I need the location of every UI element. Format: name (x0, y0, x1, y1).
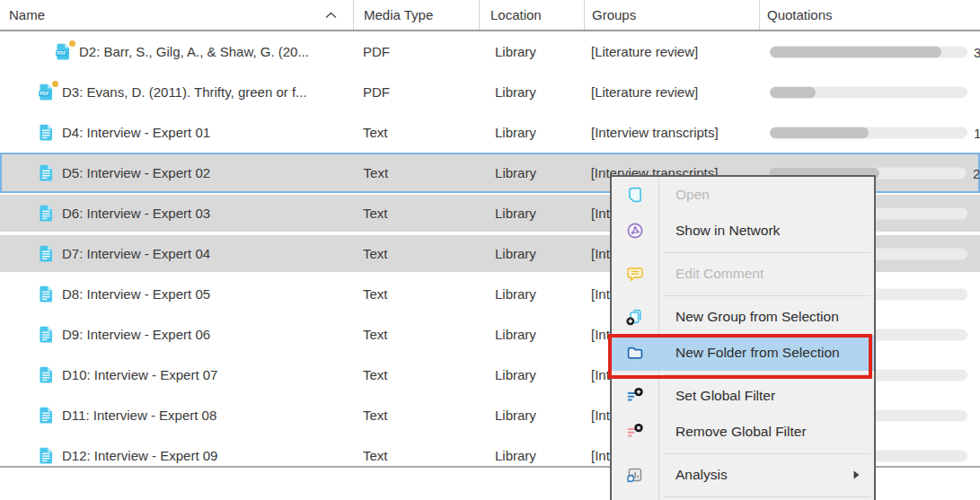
document-name-cell: PDFD2: Barr, S., Gilg, A., & Shaw, G. (2… (0, 31, 353, 72)
comment-icon (612, 265, 658, 283)
document-media-type: Text (353, 274, 479, 314)
submenu-arrow-icon (853, 470, 860, 479)
document-name-cell: D5: Interview - Expert 02 (2, 154, 354, 191)
document-name: D11: Interview - Expert 08 (62, 408, 216, 423)
column-header-groups[interactable]: Groups (584, 0, 759, 30)
svg-text:PDF: PDF (57, 51, 66, 56)
document-name: D3: Evans, D. (2011). Thrifty, green or … (62, 84, 307, 100)
document-name: D9: Interview - Expert 06 (62, 327, 210, 342)
column-header-location[interactable]: Location (479, 0, 584, 30)
menu-separator (612, 371, 874, 378)
comment-indicator-dot (52, 81, 58, 87)
document-media-type: Text (353, 355, 479, 395)
quotation-bar (770, 86, 967, 98)
document-media-type: Text (353, 112, 479, 153)
document-name: D10: Interview - Expert 07 (62, 367, 217, 382)
text-document-icon (39, 447, 54, 464)
document-name-cell: D6: Interview - Expert 03 (0, 195, 353, 232)
menu-item-open: Open (612, 177, 874, 213)
document-name-cell: D12: Interview - Expert 09 (0, 435, 353, 468)
quotation-bar (770, 46, 967, 57)
quotation-count: 2 (973, 165, 980, 180)
column-header-quotations[interactable]: Quotations (759, 0, 980, 30)
document-name: D7: Interview - Expert 04 (62, 246, 210, 261)
document-location: Library (479, 395, 584, 435)
document-location: Library (479, 72, 584, 112)
column-header-name[interactable]: Name (0, 0, 353, 30)
document-media-type: PDF (353, 31, 479, 72)
document-location: Library (479, 274, 584, 314)
document-name-cell: D11: Interview - Expert 08 (0, 395, 353, 435)
document-row[interactable]: PDFD3: Evans, D. (2011). Thrifty, green … (0, 72, 980, 112)
menu-separator (612, 292, 874, 299)
text-document-icon (39, 366, 54, 383)
svg-text:PDF: PDF (40, 92, 49, 96)
new-folder-icon (612, 344, 658, 362)
document-row[interactable]: D4: Interview - Expert 01TextLibrary[Int… (0, 112, 980, 153)
document-name: D8: Interview - Expert 05 (62, 286, 210, 302)
menu-separator (612, 249, 874, 256)
pdf-document-icon: PDF (39, 83, 54, 101)
menu-item-set-global-filter[interactable]: Set Global Filter (612, 378, 874, 414)
document-quotations-cell: 1 (759, 112, 980, 153)
menu-item-label: Set Global Filter (658, 388, 874, 404)
menu-item-remove-global-filter[interactable]: Remove Global Filter (612, 414, 874, 450)
document-name: D2: Barr, S., Gilg, A., & Shaw, G. (20..… (79, 44, 309, 59)
new-group-icon (612, 308, 658, 326)
context-menu: OpenShow in NetworkEdit CommentNew Group… (610, 175, 876, 500)
document-media-type: Text (353, 435, 479, 468)
pdf-document-icon: PDF (56, 43, 71, 60)
document-name: D12: Interview - Expert 09 (62, 448, 217, 463)
text-document-icon (39, 326, 54, 343)
menu-item-label: Open (658, 187, 874, 203)
menu-item-label: New Folder from Selection (658, 345, 874, 361)
document-location: Library (479, 235, 584, 272)
quotation-count: 1 (974, 125, 980, 140)
menu-item-label: New Group from Selection (658, 309, 874, 325)
menu-item-new-group-from-selection[interactable]: New Group from Selection (612, 299, 874, 335)
document-manager-window: Name Media Type Location Groups Quotatio… (0, 0, 980, 500)
document-location: Library (479, 355, 584, 395)
document-location: Library (479, 154, 584, 191)
document-media-type: PDF (353, 72, 479, 112)
menu-separator (612, 493, 874, 500)
document-location: Library (479, 435, 584, 468)
document-groups: [Literature review] (584, 72, 759, 112)
open-document-icon (612, 186, 658, 204)
column-header-name-label: Name (9, 7, 45, 22)
set-global-filter-icon (612, 387, 658, 405)
document-name: D4: Interview - Expert 01 (62, 125, 210, 140)
sort-ascending-icon (325, 12, 337, 19)
document-groups: [Interview transcripts] (584, 112, 759, 153)
table-header: Name Media Type Location Groups Quotatio… (0, 0, 980, 31)
menu-item-label: Edit Comment (658, 266, 874, 282)
text-document-icon (39, 285, 54, 303)
comment-indicator-dot (69, 40, 75, 47)
menu-item-label: Remove Global Filter (658, 424, 874, 440)
text-document-icon (39, 124, 54, 141)
document-location: Library (479, 195, 584, 232)
document-name-cell: PDFD3: Evans, D. (2011). Thrifty, green … (0, 72, 353, 112)
menu-item-new-folder-from-selection[interactable]: New Folder from Selection (612, 335, 874, 371)
document-media-type: Text (353, 395, 479, 435)
document-row[interactable]: PDFD2: Barr, S., Gilg, A., & Shaw, G. (2… (0, 31, 980, 72)
document-name-cell: D10: Interview - Expert 07 (0, 355, 353, 395)
text-document-icon (39, 164, 54, 181)
document-location: Library (479, 112, 584, 153)
quotation-bar (770, 127, 967, 138)
document-name-cell: D8: Interview - Expert 05 (0, 274, 353, 314)
menu-item-analysis[interactable]: Analysis (612, 457, 874, 493)
document-name: D5: Interview - Expert 02 (62, 165, 210, 180)
menu-item-show-in-network[interactable]: Show in Network (612, 213, 874, 249)
document-media-type: Text (353, 235, 479, 272)
text-document-icon (39, 205, 54, 222)
column-header-media-type[interactable]: Media Type (353, 0, 479, 30)
remove-global-filter-icon (612, 423, 658, 441)
text-document-icon (39, 245, 54, 262)
menu-item-edit-comment: Edit Comment (612, 256, 874, 292)
quotation-count: 3 (974, 44, 980, 59)
document-media-type: Text (354, 154, 479, 191)
document-name-cell: D9: Interview - Expert 06 (0, 314, 353, 355)
document-location: Library (479, 31, 584, 72)
analysis-icon (612, 466, 658, 484)
